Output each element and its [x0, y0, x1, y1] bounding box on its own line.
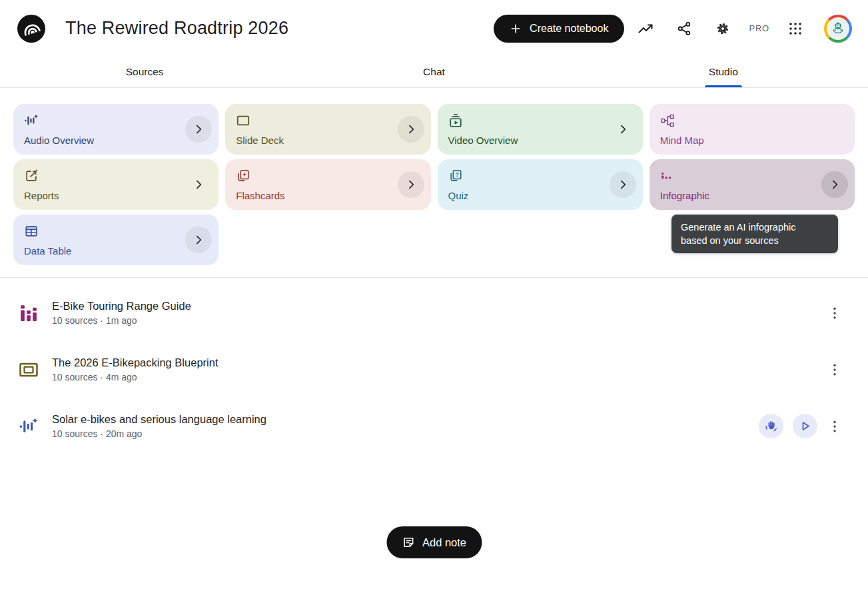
add-note-button[interactable]: Add note [386, 526, 482, 558]
artifact-meta: 10 sources · 1m ago [52, 315, 191, 326]
chevron-right-icon[interactable] [610, 116, 636, 143]
studio-card-label: Video Overview [448, 135, 518, 146]
robot-avatar-image [827, 17, 849, 40]
note-icon [402, 536, 415, 549]
infographic-icon [660, 169, 675, 183]
studio-card-slide-deck[interactable]: Slide Deck [225, 104, 430, 155]
chevron-right-icon[interactable] [185, 227, 212, 253]
chevron-right-icon[interactable] [610, 171, 636, 198]
studio-card-label: Infographic [660, 190, 709, 201]
slide-deck-icon [236, 113, 250, 128]
studio-card-video-overview[interactable]: Video Overview [438, 104, 643, 155]
more-options-icon[interactable] [827, 362, 843, 378]
reports-icon [24, 169, 39, 183]
active-tab-underline [705, 85, 742, 87]
studio-card-reports[interactable]: Reports [13, 159, 218, 210]
artifact-meta: 10 sources · 4m ago [52, 372, 218, 382]
video-overview-icon [448, 113, 463, 128]
chevron-right-icon[interactable] [185, 171, 212, 198]
app-header: The Rewired Roadtrip 2026 Create noteboo… [0, 0, 868, 57]
chevron-right-icon[interactable] [821, 171, 848, 198]
notebook-title: The Rewired Roadtrip 2026 [65, 18, 288, 39]
data-table-icon [24, 224, 39, 239]
artifact-row-audio-overview[interactable]: Solar e-bikes and serious language learn… [0, 398, 868, 454]
studio-card-label: Quiz [448, 190, 469, 201]
studio-card-label: Audio Overview [24, 135, 94, 146]
plus-icon [510, 23, 522, 35]
studio-card-quiz[interactable]: ? Quiz [438, 159, 643, 210]
notebooklm-logo[interactable] [17, 15, 45, 43]
create-notebook-button[interactable]: Create notebook [494, 15, 624, 43]
studio-card-label: Reports [24, 190, 59, 201]
avatar[interactable] [824, 15, 852, 43]
chevron-right-icon[interactable] [185, 116, 212, 143]
infographic-tooltip: Generate an AI infographic based on your… [671, 215, 838, 253]
tab-bar: Sources Chat Studio [0, 57, 868, 88]
studio-card-label: Data Table [24, 245, 71, 257]
studio-card-audio-overview[interactable]: Audio Overview [13, 104, 218, 155]
share-icon[interactable] [676, 21, 692, 37]
more-options-icon[interactable] [827, 305, 843, 321]
settings-gear-icon[interactable] [715, 21, 731, 37]
artifact-title: Solar e-bikes and serious language learn… [52, 413, 266, 426]
interactive-mode-button[interactable] [759, 414, 783, 438]
tab-studio[interactable]: Studio [579, 57, 868, 87]
audio-overview-icon [24, 113, 39, 128]
artifact-title: E-Bike Touring Range Guide [52, 300, 191, 312]
tab-chat[interactable]: Chat [289, 57, 578, 87]
quiz-icon: ? [448, 169, 463, 183]
studio-card-mind-map[interactable]: Mind Map [650, 104, 855, 155]
artifact-row-infographic[interactable]: E-Bike Touring Range Guide 10 sources · … [0, 285, 868, 341]
play-button[interactable] [793, 414, 817, 438]
slide-frame-icon [19, 360, 39, 380]
studio-artifact-list: E-Bike Touring Range Guide 10 sources · … [0, 278, 868, 454]
studio-card-label: Mind Map [660, 135, 704, 146]
artifact-title: The 2026 E-Bikepacking Blueprint [52, 356, 218, 369]
chevron-right-icon[interactable] [398, 116, 424, 143]
tab-sources[interactable]: Sources [0, 57, 289, 87]
more-options-icon[interactable] [827, 418, 843, 434]
studio-card-label: Flashcards [236, 190, 284, 201]
tooltip-text-line1: Generate an AI infographic [681, 221, 829, 234]
studio-card-infographic[interactable]: Infographic [650, 159, 855, 210]
studio-card-data-table[interactable]: Data Table [13, 215, 218, 265]
artifact-meta: 10 sources · 20m ago [52, 428, 266, 439]
audio-waveform-icon [19, 416, 39, 436]
tooltip-text-line2: based on your sources [681, 234, 829, 247]
trending-icon[interactable] [638, 21, 653, 37]
infographic-bars-icon [19, 303, 39, 323]
studio-card-label: Slide Deck [236, 135, 284, 146]
chevron-right-icon[interactable] [398, 171, 424, 198]
flashcards-icon [236, 169, 250, 183]
artifact-row-slide-deck[interactable]: The 2026 E-Bikepacking Blueprint 10 sour… [0, 341, 868, 398]
studio-card-flashcards[interactable]: Flashcards [225, 159, 430, 210]
apps-grid-icon[interactable] [787, 21, 803, 37]
mind-map-icon [660, 113, 675, 128]
svg-text:?: ? [455, 171, 458, 178]
pro-badge: PRO [749, 23, 769, 33]
